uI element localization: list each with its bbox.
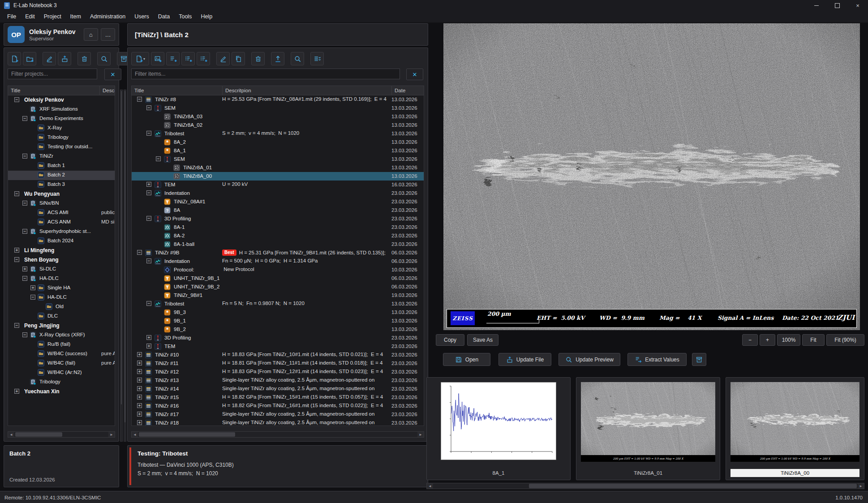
tree-expander[interactable]: − xyxy=(14,191,19,196)
scroll-right-arrow[interactable]: ► xyxy=(417,432,424,437)
tree-expander[interactable]: − xyxy=(22,276,27,281)
item-row[interactable]: +TEMU = 200 kV16.03.2026 xyxy=(132,181,424,189)
item-row[interactable]: 8A_113.03.2026 xyxy=(132,146,424,155)
scroll-left-arrow[interactable]: ◄ xyxy=(8,432,14,437)
item-row[interactable]: 8A-123.03.2026 xyxy=(132,223,424,232)
item-row[interactable]: −SEM13.03.2026 xyxy=(132,104,424,112)
project-row[interactable]: Batch 3 xyxy=(8,180,115,189)
zoom-in-button[interactable]: + xyxy=(760,334,775,346)
item-row[interactable]: 8A-223.03.2026 xyxy=(132,232,424,240)
save-as-button[interactable]: Save As xyxy=(467,334,498,346)
project-row[interactable]: Batch 2024 xyxy=(8,236,115,246)
tree-expander[interactable]: − xyxy=(146,131,151,136)
item-row[interactable]: +TiNiZr #16H = 18.82 GPa [From TiNiZr_16… xyxy=(132,402,424,410)
thumbnail-sem-00[interactable]: 200 µm EHT = 5.00 kV WD = 9.9 mm Mag = 2… xyxy=(726,377,864,480)
project-row[interactable]: Tribology xyxy=(8,378,115,387)
scroll-left-arrow[interactable]: ◄ xyxy=(132,432,138,437)
item-row[interactable]: +TiNiZr #15H = 18.82 GPa [From TiNiZr_15… xyxy=(132,393,424,402)
tree-expander[interactable]: + xyxy=(146,344,151,348)
tree-expander[interactable]: + xyxy=(137,361,142,365)
project-row[interactable]: +Yuechuan Xin xyxy=(8,387,115,396)
item-row[interactable]: 8A_213.03.2026 xyxy=(132,138,424,146)
project-row[interactable]: ACS AMIpublica xyxy=(8,208,115,218)
project-row[interactable]: −HA-DLC xyxy=(8,293,115,302)
new-item-button[interactable]: ▾ xyxy=(131,52,149,65)
close-button[interactable]: × xyxy=(847,0,868,11)
item-row[interactable]: −IndentationFn = 500 µN; H = 0 GPa; H = … xyxy=(132,257,424,266)
tree-expander[interactable]: − xyxy=(22,201,27,206)
items-hscrollbar[interactable]: ◄ ► xyxy=(131,431,424,438)
item-row[interactable]: +TiNiZr #12H = 18.83 GPa [From TiNiZr_12… xyxy=(132,368,424,376)
new-item-button[interactable] xyxy=(8,52,21,65)
item-row[interactable]: −3D Profiling23.03.2026 xyxy=(132,215,424,223)
item-row[interactable]: TiNiZr8A_0113.03.2026 xyxy=(132,163,424,172)
copy-button[interactable]: Copy xyxy=(436,334,464,346)
item-row[interactable]: +3D Profiling23.03.2026 xyxy=(132,334,424,342)
item-row[interactable]: TiNiZr_9B#119.03.2026 xyxy=(132,291,424,300)
sort-button[interactable] xyxy=(310,52,324,65)
tree-expander[interactable]: + xyxy=(137,378,142,383)
zoom-level-button[interactable]: 100% xyxy=(777,334,800,346)
menu-help[interactable]: Help xyxy=(196,12,217,21)
item-row[interactable]: −TiNiZr #9BBestH = 25.31 GPa [From TiNiZ… xyxy=(132,249,424,257)
item-row[interactable]: +TEM23.03.2026 xyxy=(132,342,424,351)
menu-data[interactable]: Data xyxy=(154,12,174,21)
item-row[interactable]: −SEM13.03.2026 xyxy=(132,155,424,163)
projects-hscrollbar[interactable]: ◄ ► xyxy=(8,431,115,438)
add-numbered-button[interactable] xyxy=(197,52,210,65)
tree-expander[interactable]: − xyxy=(156,156,161,161)
column-header-title[interactable]: Title xyxy=(132,86,225,95)
tree-expander[interactable]: − xyxy=(146,216,151,221)
zoom-out-button[interactable]: − xyxy=(742,334,758,346)
menu-tools[interactable]: Tools xyxy=(174,12,196,21)
item-row[interactable]: +TiNiZr #18Single-layer TiNiZr alloy coa… xyxy=(132,419,424,426)
search-button[interactable] xyxy=(291,52,304,65)
project-row[interactable]: +Single HA xyxy=(8,284,115,293)
column-header-date[interactable]: Date xyxy=(391,86,424,95)
item-row[interactable]: 9B_313.03.2026 xyxy=(132,308,424,317)
project-row[interactable]: −Superhydrophobic st... xyxy=(8,227,115,236)
item-row[interactable]: TiNiZr8A_0213.03.2026 xyxy=(132,121,424,129)
tree-expander[interactable]: + xyxy=(137,412,142,417)
item-row[interactable]: 9B_113.03.2026 xyxy=(132,317,424,325)
more-button[interactable]: … xyxy=(101,28,115,41)
items-vscrollbar[interactable] xyxy=(124,90,126,442)
archive-button[interactable] xyxy=(692,353,706,366)
tree-expander[interactable]: − xyxy=(137,97,142,102)
project-row[interactable]: XRF Simulations xyxy=(8,105,115,114)
update-preview-button[interactable]: Update Preview xyxy=(559,353,620,366)
projects-vscrollbar[interactable] xyxy=(120,90,123,442)
project-row[interactable]: −X-Ray Optics (XRF) xyxy=(8,331,115,340)
project-row[interactable]: −Wu Pengyuan xyxy=(8,189,115,199)
column-header-title[interactable]: Title xyxy=(8,86,102,95)
tree-expander[interactable]: − xyxy=(22,229,27,234)
tree-expander[interactable]: − xyxy=(30,295,35,300)
filter-projects-input[interactable] xyxy=(8,69,97,79)
tree-expander[interactable]: − xyxy=(146,105,151,110)
tree-expander[interactable]: − xyxy=(146,301,151,306)
item-row[interactable]: 9B_213.03.2026 xyxy=(132,325,424,334)
menu-project[interactable]: Project xyxy=(39,12,66,21)
project-row[interactable]: ACS ANMMD sim xyxy=(8,218,115,227)
scroll-thumb[interactable] xyxy=(15,432,62,437)
duplicate-button[interactable] xyxy=(232,52,245,65)
project-row[interactable]: +Si-DLC xyxy=(8,265,115,274)
tree-expander[interactable]: + xyxy=(30,285,35,290)
item-row[interactable]: −Indentation23.03.2026 xyxy=(132,189,424,198)
item-row[interactable]: TiNiZr_08A#123.03.2026 xyxy=(132,198,424,206)
tree-expander[interactable]: + xyxy=(14,389,19,394)
tree-expander[interactable]: − xyxy=(146,190,151,195)
scroll-left-arrow[interactable]: ◄ xyxy=(427,483,433,489)
new-folder-button[interactable] xyxy=(23,52,36,65)
project-row[interactable]: −Peng Jingjing xyxy=(8,321,115,331)
project-row[interactable]: +Li Mingfeng xyxy=(8,246,115,255)
fit-90-button[interactable]: Fit (90%) xyxy=(826,334,864,346)
tree-expander[interactable]: − xyxy=(22,116,27,121)
maximize-button[interactable] xyxy=(827,0,847,11)
project-row[interactable]: −Shen Boyang xyxy=(8,255,115,265)
menu-users[interactable]: Users xyxy=(130,12,154,21)
item-row[interactable]: TiNiZr8A_0313.03.2026 xyxy=(132,112,424,121)
project-row[interactable]: X-Ray xyxy=(8,124,115,133)
scroll-thumb[interactable] xyxy=(139,432,235,437)
project-row[interactable]: DLC xyxy=(8,312,115,321)
